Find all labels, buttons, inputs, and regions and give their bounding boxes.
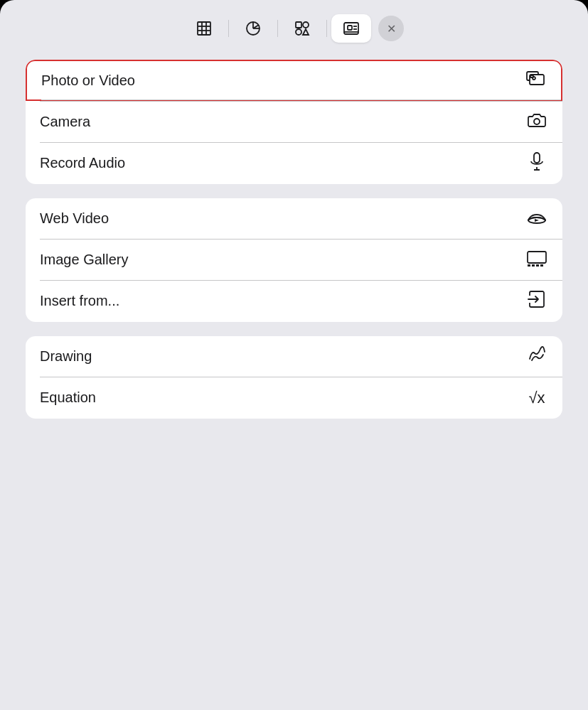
svg-marker-24	[535, 219, 539, 222]
shapes-icon	[294, 20, 311, 37]
equation-label: Equation	[40, 389, 96, 406]
section-web: Web Video Image Gallery	[26, 198, 562, 322]
photo-or-video-label: Photo or Video	[41, 72, 135, 89]
svg-rect-25	[528, 252, 546, 263]
divider-3	[326, 20, 327, 37]
record-audio-label: Record Audio	[40, 155, 125, 171]
table-button[interactable]	[184, 14, 224, 43]
svg-point-7	[303, 22, 309, 28]
shapes-button[interactable]	[282, 14, 322, 43]
svg-rect-11	[348, 26, 352, 30]
camera-icon	[525, 112, 548, 133]
drawing-icon	[525, 345, 548, 369]
web-video-item[interactable]: Web Video	[26, 198, 562, 240]
record-audio-item[interactable]: Record Audio	[26, 143, 562, 184]
svg-rect-28	[536, 264, 539, 267]
svg-marker-9	[303, 29, 309, 35]
photo-or-video-icon	[524, 68, 547, 92]
insert-from-icon	[525, 290, 548, 313]
image-gallery-icon	[525, 249, 548, 271]
image-gallery-item[interactable]: Image Gallery	[26, 240, 562, 281]
drawing-item[interactable]: Drawing	[26, 336, 562, 377]
media-icon	[343, 20, 360, 37]
divider-1	[228, 20, 229, 37]
section-creative: Drawing Equation √x	[26, 336, 562, 419]
svg-rect-6	[296, 22, 301, 28]
table-icon	[196, 20, 213, 37]
web-video-label: Web Video	[40, 210, 109, 227]
svg-rect-8	[296, 29, 301, 35]
image-gallery-label: Image Gallery	[40, 252, 129, 268]
svg-point-19	[534, 119, 540, 124]
web-video-icon	[525, 208, 548, 230]
media-button[interactable]	[331, 14, 371, 43]
svg-rect-16	[530, 75, 544, 85]
chart-icon	[245, 20, 262, 37]
equation-item[interactable]: Equation √x	[26, 377, 562, 419]
svg-rect-0	[198, 22, 210, 35]
section-media: Photo or Video Camera	[26, 60, 562, 184]
equation-icon: √x	[525, 389, 548, 407]
chart-button[interactable]	[233, 14, 273, 43]
svg-rect-20	[534, 153, 540, 163]
camera-label: Camera	[40, 114, 90, 130]
photo-or-video-item[interactable]: Photo or Video	[26, 60, 562, 101]
svg-rect-27	[532, 264, 535, 267]
close-button[interactable]: ✕	[378, 16, 404, 41]
drawing-label: Drawing	[40, 348, 92, 365]
svg-rect-26	[528, 264, 530, 267]
insert-from-label: Insert from...	[40, 293, 119, 309]
record-audio-icon	[525, 151, 548, 176]
main-panel: ✕ Photo or Video Camera	[0, 0, 588, 710]
close-icon: ✕	[387, 22, 396, 36]
insert-from-item[interactable]: Insert from...	[26, 281, 562, 322]
divider-2	[277, 20, 278, 37]
svg-rect-29	[540, 264, 543, 267]
camera-item[interactable]: Camera	[26, 102, 562, 143]
toolbar: ✕	[184, 0, 404, 60]
